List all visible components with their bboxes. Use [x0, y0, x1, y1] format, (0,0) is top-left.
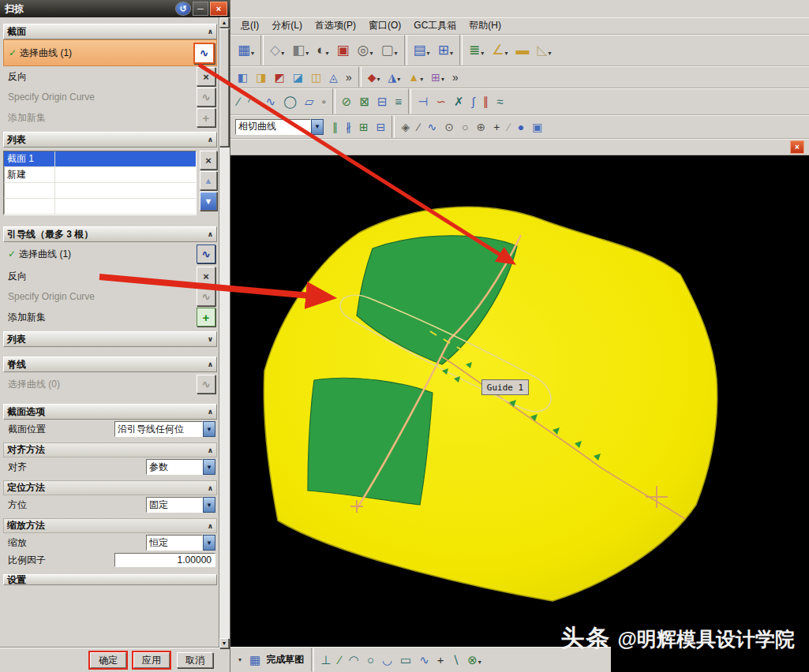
hole-icon[interactable]: ◎ ▾: [354, 41, 376, 59]
spline-icon[interactable]: ∿: [416, 651, 433, 668]
list-item-section1[interactable]: 截面 1: [4, 151, 196, 167]
arc-icon[interactable]: ◠: [245, 93, 261, 110]
snap-end-point-icon[interactable]: ∕: [414, 119, 422, 135]
bridge-curve-icon[interactable]: ∽: [433, 93, 449, 110]
move-down-button[interactable]: ▼: [200, 192, 217, 211]
trimmed-sheet-icon[interactable]: ◮ ▾: [385, 69, 404, 85]
section-reverse-button[interactable]: ×: [197, 67, 215, 86]
menu-gc-toolbox[interactable]: GC工具箱: [408, 17, 462, 34]
collapse-chevron-icon[interactable]: ∧: [208, 28, 213, 35]
sketch-icon[interactable]: ▦ ▾: [234, 41, 257, 59]
separator[interactable]: [260, 35, 264, 65]
fill-surface-icon[interactable]: ⊞ ▾: [428, 69, 448, 85]
helix-icon[interactable]: ◯: [280, 93, 300, 110]
fit-curve-icon[interactable]: ≈: [493, 93, 506, 110]
combo-arrow-icon[interactable]: ▼: [203, 421, 215, 437]
shaded-cube-icon[interactable]: ▣: [529, 119, 545, 135]
snap-mid-point-icon[interactable]: ∿: [425, 119, 440, 135]
section-location-combo[interactable]: 沿引导线任何位 ▼: [114, 421, 215, 437]
block-icon[interactable]: ▣: [334, 41, 353, 59]
unite-boolean-icon[interactable]: ◐ ▾: [313, 41, 331, 59]
scaling-method-header[interactable]: 缩放方法 ∧: [3, 518, 217, 533]
section-list-header[interactable]: 列表 ∧: [3, 132, 217, 147]
section-curve-icon[interactable]: ⊟: [374, 93, 391, 110]
apply-button[interactable]: 应用: [133, 652, 170, 668]
collapse-chevron-icon[interactable]: ∧: [208, 484, 213, 492]
snap-point-on-face-icon[interactable]: ●: [515, 119, 527, 135]
n-side-surface-icon[interactable]: ◬: [326, 69, 341, 85]
expression-icon[interactable]: ≣ ▾: [466, 41, 487, 59]
reset-icon[interactable]: ↺: [175, 2, 191, 16]
snap-point-toggle-icon[interactable]: ◈: [398, 119, 413, 135]
join-curve-icon[interactable]: ∥: [480, 93, 493, 110]
menu-help[interactable]: 帮助(H): [463, 17, 507, 34]
section-origin-curve-button[interactable]: ∿: [197, 88, 215, 106]
menu-information[interactable]: 息(I): [235, 17, 264, 34]
scroll-down-icon[interactable]: ▼: [219, 638, 229, 648]
offset-curve-icon[interactable]: ≡: [392, 93, 406, 110]
scale-combo[interactable]: 恒定 ▼: [146, 535, 215, 551]
section-curve-select-button[interactable]: ∿: [193, 43, 215, 64]
collapse-chevron-icon[interactable]: ∧: [208, 522, 213, 530]
guides-list-header[interactable]: 列表 ∨: [3, 331, 217, 347]
finish-sketch-button[interactable]: 完成草图: [266, 653, 304, 666]
scroll-up-icon[interactable]: ▲: [219, 17, 229, 28]
snap-intersection-icon[interactable]: ⊙: [441, 119, 457, 135]
separator[interactable]: [408, 88, 411, 114]
stop-at-intersection-icon[interactable]: ∦: [343, 119, 354, 135]
toolbar-options-caret-icon[interactable]: ▾: [234, 654, 245, 666]
through-curves-icon[interactable]: ◨: [253, 69, 269, 85]
collapse-chevron-icon[interactable]: ∧: [208, 446, 213, 454]
minimize-icon[interactable]: ─: [193, 2, 208, 16]
ruler-icon[interactable]: ▬: [512, 41, 532, 59]
sketch-orient-icon[interactable]: ⊥: [317, 651, 334, 668]
guides-origin-curve-button[interactable]: ∿: [197, 287, 215, 306]
datum-plane-icon[interactable]: ◇ ▾: [267, 41, 287, 59]
section-list[interactable]: 截面 1 新建: [3, 151, 197, 215]
section-add-new-set-button[interactable]: +: [197, 108, 215, 127]
offset-surface-icon[interactable]: ◆ ▾: [365, 69, 384, 85]
through-curve-mesh-icon[interactable]: ◩: [271, 69, 287, 85]
section-surface-icon[interactable]: ◫: [308, 69, 324, 85]
collapse-chevron-icon[interactable]: ∧: [208, 230, 213, 238]
dialog-titlebar[interactable]: 扫掠 ↺ ─ ×: [0, 0, 230, 17]
overflow-chevron[interactable]: »: [343, 69, 355, 85]
overflow-chevron[interactable]: »: [449, 69, 462, 85]
line-icon[interactable]: ∕: [335, 651, 344, 668]
rectangle-icon[interactable]: ▭: [397, 651, 414, 668]
guides-group-header[interactable]: 引导线（最多 3 根） ∧: [3, 226, 217, 242]
arc-icon[interactable]: ◠: [346, 651, 362, 668]
offset-icon[interactable]: ∖: [449, 651, 463, 668]
point-icon[interactable]: ◦: [319, 93, 329, 110]
separator[interactable]: [332, 88, 335, 114]
remove-list-item-button[interactable]: ×: [200, 151, 217, 170]
separator[interactable]: [459, 35, 463, 65]
curve-rule-combo[interactable]: 相切曲线 ▼: [235, 119, 324, 135]
menu-preferences[interactable]: 首选项(P): [309, 17, 361, 34]
move-up-button[interactable]: ▲: [200, 171, 217, 190]
angle-ruler-icon[interactable]: ◺ ▾: [534, 41, 554, 59]
scale-factor-input[interactable]: 1.00000: [114, 553, 215, 567]
trim-curve-icon[interactable]: ✗: [451, 93, 467, 110]
section-options-header[interactable]: 截面选项 ∧: [3, 404, 217, 420]
separator[interactable]: [358, 66, 361, 88]
collapse-chevron-icon[interactable]: ∧: [208, 408, 213, 416]
close-toolbar-icon[interactable]: ×: [790, 140, 804, 154]
combo-arrow-icon[interactable]: ▼: [203, 459, 215, 475]
profile-line-icon[interactable]: ∕: [234, 93, 243, 110]
collapse-chevron-icon[interactable]: ∧: [208, 360, 213, 368]
section-select-curve-row[interactable]: ✓ 选择曲线 (1) ∿: [3, 39, 217, 66]
close-icon[interactable]: ×: [210, 2, 227, 16]
swept-surface-icon[interactable]: ◪: [290, 69, 306, 85]
combo-arrow-icon[interactable]: ▼: [203, 535, 215, 551]
separator[interactable]: [391, 115, 395, 138]
guides-reverse-button[interactable]: ×: [197, 267, 215, 286]
mirror-curve-icon[interactable]: ⊣: [414, 93, 431, 110]
orientation-combo[interactable]: 固定 ▼: [146, 497, 215, 513]
text-curve-icon[interactable]: ▱: [302, 93, 317, 110]
measure-icon[interactable]: ∠ ▾: [489, 41, 511, 59]
graphics-viewport[interactable]: Guide 1: [230, 155, 809, 672]
follow-fillet-icon[interactable]: ⊞: [356, 119, 372, 135]
alignment-method-header[interactable]: 对齐方法 ∧: [3, 442, 217, 457]
alignment-combo[interactable]: 参数 ▼: [146, 459, 215, 475]
